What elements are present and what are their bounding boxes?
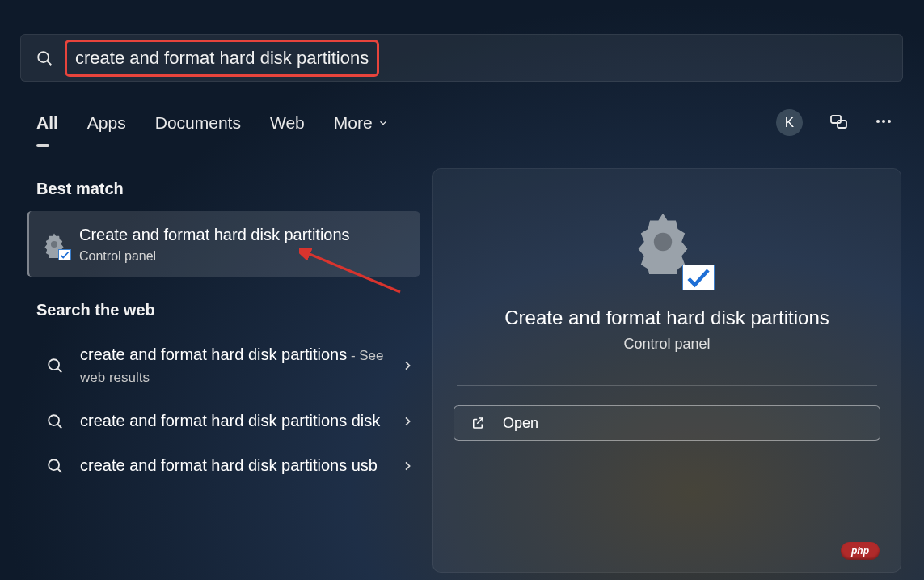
search-icon <box>46 357 64 375</box>
search-icon <box>46 457 64 475</box>
svg-point-8 <box>49 359 59 370</box>
web-result-text: create and format hard disk partitions d… <box>80 410 385 432</box>
search-web-heading: Search the web <box>36 301 420 320</box>
search-icon <box>36 49 53 67</box>
svg-point-10 <box>49 415 59 425</box>
open-button-label: Open <box>503 415 538 432</box>
web-result-item[interactable]: create and format hard disk partitions -… <box>36 332 420 399</box>
web-result-item[interactable]: create and format hard disk partitions d… <box>36 399 420 443</box>
svg-rect-3 <box>838 121 846 128</box>
svg-point-4 <box>876 120 880 123</box>
php-watermark: php <box>841 542 880 560</box>
active-tab-indicator <box>36 144 49 147</box>
best-match-heading: Best match <box>36 180 420 198</box>
search-icon <box>46 413 64 430</box>
tab-web[interactable]: Web <box>270 113 305 133</box>
checkmark-badge-icon <box>58 249 71 260</box>
svg-point-5 <box>882 120 885 123</box>
svg-line-11 <box>57 424 61 428</box>
header-actions: K <box>776 109 893 136</box>
svg-point-15 <box>654 233 672 251</box>
divider <box>457 385 877 386</box>
search-filter-tabs: All Apps Documents Web More <box>36 113 389 133</box>
best-match-title: Create and format hard disk partitions <box>79 224 350 246</box>
detail-subtitle: Control panel <box>623 336 710 353</box>
checkmark-badge-icon <box>682 265 715 290</box>
best-match-subtitle: Control panel <box>79 249 350 264</box>
search-bar[interactable]: create and format hard disk partitions <box>20 34 903 82</box>
results-column: Best match Create and format hard disk p… <box>36 180 420 488</box>
tab-documents[interactable]: Documents <box>155 113 241 133</box>
detail-title: Create and format hard disk partitions <box>504 307 829 329</box>
svg-line-13 <box>57 468 61 472</box>
chevron-down-icon <box>378 117 389 129</box>
chevron-right-icon <box>401 459 414 472</box>
web-result-text: create and format hard disk partitions u… <box>80 455 385 476</box>
best-match-result[interactable]: Create and format hard disk partitions C… <box>27 211 420 277</box>
tab-more[interactable]: More <box>334 113 389 133</box>
more-options-icon[interactable] <box>874 112 893 134</box>
svg-point-0 <box>38 52 49 62</box>
svg-line-1 <box>47 61 51 65</box>
gear-icon <box>40 231 68 258</box>
open-external-icon <box>470 416 485 430</box>
gear-icon <box>631 210 703 282</box>
chevron-right-icon <box>401 359 414 372</box>
svg-point-12 <box>49 459 59 470</box>
user-avatar[interactable]: K <box>776 109 803 136</box>
open-button[interactable]: Open <box>454 405 880 441</box>
tab-all[interactable]: All <box>36 113 58 133</box>
chevron-right-icon <box>401 415 414 428</box>
svg-line-9 <box>57 368 61 372</box>
result-detail-pane: Create and format hard disk partitions C… <box>432 168 901 573</box>
svg-point-6 <box>888 120 891 123</box>
web-result-item[interactable]: create and format hard disk partitions u… <box>36 443 420 488</box>
svg-point-7 <box>51 240 57 247</box>
web-result-text: create and format hard disk partitions -… <box>80 344 385 387</box>
search-input[interactable]: create and format hard disk partitions <box>65 40 379 77</box>
tab-apps[interactable]: Apps <box>87 113 126 133</box>
chat-icon[interactable] <box>829 112 848 134</box>
tab-more-label: More <box>334 113 373 133</box>
svg-rect-2 <box>831 116 841 123</box>
